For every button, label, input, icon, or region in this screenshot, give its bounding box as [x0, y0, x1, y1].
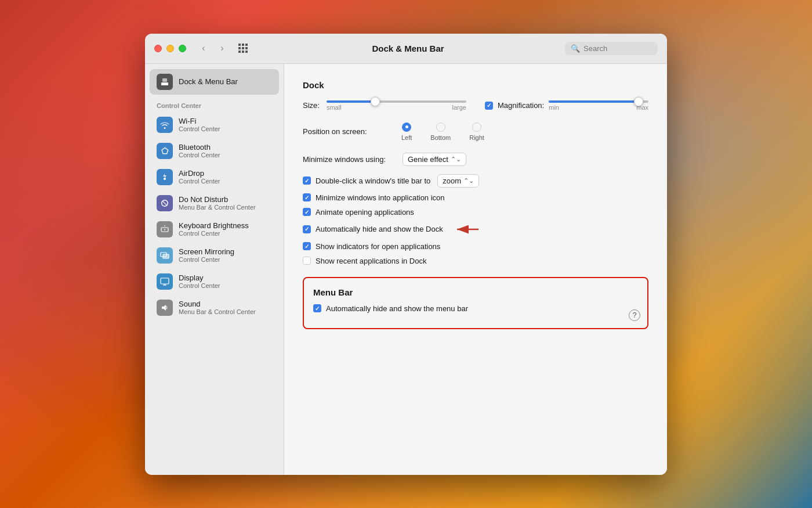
magnification-group: Magnification: min max [485, 100, 648, 111]
magnification-slider-container: min max [549, 100, 648, 111]
show-recent-checkbox[interactable] [303, 257, 311, 265]
sidebar-airdrop-text: AirDrop Control Center [179, 169, 220, 185]
mag-slider-thumb[interactable] [634, 97, 643, 106]
close-button[interactable] [154, 45, 162, 52]
search-input[interactable] [583, 44, 652, 53]
svg-rect-7 [163, 254, 169, 258]
svg-point-4 [164, 229, 165, 230]
size-slider-row [327, 100, 466, 103]
window-title: Dock & Menu Bar [251, 44, 565, 53]
mag-slider-track[interactable] [549, 100, 648, 103]
position-bottom-label: Bottom [430, 134, 451, 141]
size-label: Size: [303, 101, 320, 110]
minimize-icon-checkbox[interactable] [303, 193, 311, 201]
position-bottom-radio[interactable] [436, 123, 445, 132]
system-preferences-window: ‹ › Dock & Menu Bar 🔍 [145, 34, 667, 475]
search-icon: 🔍 [571, 44, 580, 53]
wifi-icon [157, 117, 173, 133]
sound-icon [157, 300, 173, 316]
sidebar-item-screen-mirroring[interactable]: Screen Mirroring Control Center [150, 243, 279, 268]
traffic-lights [154, 45, 186, 52]
size-slider-container: small large [327, 100, 466, 111]
double-click-checkbox[interactable] [303, 176, 311, 185]
right-panel: Dock Size: small [284, 64, 667, 475]
magnification-checkbox[interactable] [485, 102, 493, 110]
sidebar-bluetooth-text: Bluetooth Control Center [179, 143, 220, 158]
grid-view-button[interactable] [235, 40, 251, 56]
show-indicators-label: Show indicators for open applications [316, 242, 440, 251]
sidebar-item-sound[interactable]: Sound Menu Bar & Control Center [150, 295, 279, 320]
show-indicators-checkbox[interactable] [303, 242, 311, 250]
help-button[interactable]: ? [629, 309, 640, 321]
double-click-row: Double-click a window's title bar to zoo… [303, 174, 648, 188]
sidebar-item-bluetooth[interactable]: ⬠ Bluetooth Control Center [150, 138, 279, 164]
sidebar-mirroring-text: Screen Mirroring Control Center [179, 247, 234, 263]
forward-button[interactable]: › [214, 40, 230, 56]
autohide-dock-checkbox[interactable] [303, 225, 311, 233]
control-center-header: Control Center [145, 95, 284, 111]
svg-rect-0 [161, 82, 168, 85]
minimize-dropdown[interactable]: Genie effect ⌃⌄ [403, 153, 466, 166]
position-left-radio[interactable] [402, 123, 411, 132]
size-slider-track[interactable] [327, 100, 466, 103]
size-slider-labels: small large [327, 104, 466, 111]
minimize-icon-row: Minimize windows into application icon [303, 193, 648, 202]
svg-rect-1 [162, 78, 167, 82]
autohide-dock-row: Automatically hide and show the Dock [303, 222, 648, 236]
sidebar-item-airdrop[interactable]: AirDrop Control Center [150, 164, 279, 190]
menu-bar-autohide-checkbox[interactable] [313, 304, 321, 312]
magnification-label: Magnification: [498, 101, 544, 110]
mag-slider-fill [549, 100, 639, 103]
position-right-radio[interactable] [472, 123, 481, 132]
position-left[interactable]: Left [401, 123, 412, 141]
position-bottom[interactable]: Bottom [430, 123, 451, 141]
main-content: Dock & Menu Bar Control Center Wi-Fi Con… [145, 64, 667, 475]
sidebar-item-dock-menu-bar[interactable]: Dock & Menu Bar [150, 69, 279, 95]
mag-slider-labels: min max [549, 104, 648, 111]
back-button[interactable]: ‹ [195, 40, 212, 56]
position-row: Position on screen: Left Bottom Right [303, 123, 648, 141]
menu-bar-autohide-row: Automatically hide and show the menu bar [313, 304, 638, 313]
airdrop-icon [157, 169, 173, 185]
minimize-value: Genie effect [408, 155, 448, 164]
size-slider-fill [327, 100, 375, 103]
position-label: Position on screen: [303, 127, 401, 136]
animate-row: Animate opening applications [303, 208, 648, 217]
svg-rect-8 [161, 278, 169, 284]
position-right[interactable]: Right [469, 123, 484, 141]
dnd-icon [157, 195, 173, 211]
sidebar-item-keyboard-brightness[interactable]: Keyboard Brightness Control Center [150, 217, 279, 242]
size-slider-thumb[interactable] [371, 97, 380, 106]
titlebar: ‹ › Dock & Menu Bar 🔍 [145, 34, 667, 64]
position-right-label: Right [469, 134, 484, 141]
mag-slider-row [549, 100, 648, 103]
sidebar-item-label-dock: Dock & Menu Bar [179, 77, 238, 86]
autohide-dock-label: Automatically hide and show the Dock [316, 225, 443, 233]
keyboard-brightness-icon [157, 221, 173, 237]
minimize-button[interactable] [166, 45, 174, 52]
sidebar-dnd-text: Do Not Disturb Menu Bar & Control Center [179, 195, 256, 211]
zoom-button[interactable] [179, 45, 186, 52]
minimize-label: Minimize windows using: [303, 155, 396, 164]
grid-icon [238, 44, 248, 53]
show-indicators-row: Show indicators for open applications [303, 242, 648, 251]
menu-bar-autohide-label: Automatically hide and show the menu bar [326, 304, 468, 313]
red-arrow-annotation [452, 222, 481, 236]
sidebar-item-dnd[interactable]: Do Not Disturb Menu Bar & Control Center [150, 190, 279, 216]
bluetooth-icon: ⬠ [157, 143, 173, 159]
sidebar-wifi-text: Wi-Fi Control Center [179, 117, 220, 132]
dock-section-title: Dock [303, 80, 648, 90]
menu-bar-section: Menu Bar Automatically hide and show the… [303, 277, 648, 329]
dropdown-arrow: ⌃⌄ [451, 156, 461, 163]
minimize-row: Minimize windows using: Genie effect ⌃⌄ [303, 153, 648, 166]
sidebar-item-wifi[interactable]: Wi-Fi Control Center [150, 112, 279, 138]
red-arrow-icon [452, 222, 481, 236]
search-bar[interactable]: 🔍 [565, 42, 658, 55]
animate-checkbox[interactable] [303, 208, 311, 216]
display-icon [157, 273, 173, 290]
double-click-dropdown[interactable]: zoom ⌃⌄ [437, 174, 479, 188]
sidebar-sound-text: Sound Menu Bar & Control Center [179, 300, 256, 315]
sidebar-item-display[interactable]: Display Control Center [150, 269, 279, 294]
size-slider-group: Size: small large [303, 100, 466, 111]
show-recent-label: Show recent applications in Dock [316, 257, 427, 265]
